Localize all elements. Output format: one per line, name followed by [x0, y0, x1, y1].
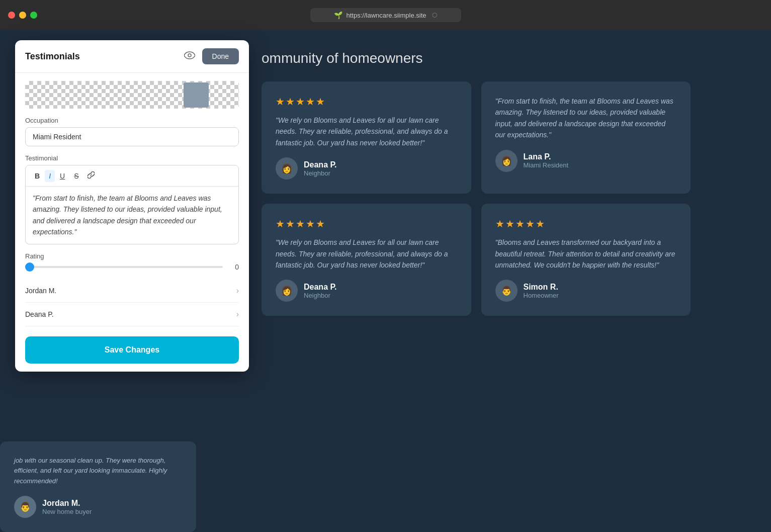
- testimonial-card-2: "From start to finish, the team at Bloom…: [481, 81, 691, 194]
- eye-icon: [184, 51, 195, 59]
- author-name-4: Simon R.: [524, 283, 559, 292]
- preview-button[interactable]: [182, 49, 197, 64]
- panel-actions: Done: [182, 48, 239, 64]
- bottom-card: job with our seasonal clean up. They wer…: [0, 441, 196, 532]
- bold-button[interactable]: B: [31, 170, 44, 182]
- address-bar[interactable]: 🌱 https://lawncare.siimple.site ⬡: [310, 8, 461, 22]
- link-button[interactable]: [83, 169, 99, 182]
- avatar-2: 👩: [495, 150, 518, 172]
- author-title-4: Homeowner: [524, 292, 559, 299]
- favicon-icon: 🌱: [334, 11, 342, 19]
- list-item-name-deana: Deana P.: [25, 310, 54, 318]
- bottom-quote: job with our seasonal clean up. They wer…: [14, 456, 182, 487]
- avatar-1: 👩: [276, 157, 298, 180]
- strikethrough-button[interactable]: S: [70, 170, 82, 182]
- list-item-deana[interactable]: Deana P. ›: [25, 303, 239, 326]
- avatar-3: 👩: [276, 280, 298, 302]
- url-text: https://lawncare.siimple.site: [347, 12, 426, 19]
- author-name-3: Deana P.: [304, 283, 337, 292]
- chevron-right-jordan: ›: [236, 286, 239, 295]
- stars-1: ★★★★★: [276, 96, 457, 108]
- quote-4: "Blooms and Leaves transformed our backy…: [495, 237, 677, 271]
- list-item-name-jordan: Jordan M.: [25, 287, 56, 295]
- maximize-button[interactable]: [30, 12, 37, 19]
- panel-header: Testimonials Done: [15, 40, 249, 73]
- quote-3: "We rely on Blooms and Leaves for all ou…: [276, 237, 457, 271]
- rating-slider[interactable]: [25, 266, 223, 268]
- quote-2: "From start to finish, the team at Bloom…: [495, 96, 677, 141]
- minimize-button[interactable]: [19, 12, 26, 19]
- panel-title: Testimonials: [25, 51, 80, 62]
- occupation-input[interactable]: [25, 127, 239, 146]
- traffic-lights: [8, 12, 37, 19]
- author-2: 👩 Lana P. Miami Resident: [495, 150, 677, 172]
- testimonial-text[interactable]: "From start to finish, the team at Bloom…: [26, 187, 238, 244]
- rte-toolbar: B I U S: [26, 165, 238, 187]
- rating-label: Rating: [25, 252, 239, 260]
- rating-row: 0: [25, 263, 239, 271]
- quote-1: "We rely on Blooms and Leaves for all ou…: [276, 115, 457, 148]
- link-icon: [88, 171, 95, 179]
- list-item-jordan[interactable]: Jordan M. ›: [25, 279, 239, 303]
- author-title-3: Neighbor: [304, 292, 337, 299]
- author-name-2: Lana P.: [524, 152, 569, 161]
- author-title-1: Neighbor: [304, 169, 337, 177]
- panel-body: Occupation Testimonial B I U S: [15, 73, 249, 372]
- testimonial-card-4: ★★★★★ "Blooms and Leaves transformed our…: [481, 204, 691, 316]
- chevron-right-deana: ›: [236, 310, 239, 319]
- stars-4: ★★★★★: [495, 218, 677, 230]
- bottom-author: 👨 Jordan M. New home buyer: [14, 496, 182, 518]
- avatar-4: 👨: [495, 280, 518, 302]
- bottom-author-name: Jordan M.: [42, 499, 92, 508]
- browser-chrome: 🌱 https://lawncare.siimple.site ⬡: [0, 0, 771, 30]
- save-changes-button[interactable]: Save Changes: [25, 336, 239, 364]
- rating-section: Rating 0: [25, 252, 239, 271]
- author-title-2: Miami Resident: [524, 161, 569, 169]
- testimonials-grid: ★★★★★ "We rely on Blooms and Leaves for …: [262, 81, 691, 316]
- rich-text-editor: B I U S "From start to finish, the team …: [25, 165, 239, 244]
- close-button[interactable]: [8, 12, 15, 19]
- stars-3: ★★★★★: [276, 218, 457, 230]
- author-4: 👨 Simon R. Homeowner: [495, 280, 677, 302]
- external-link-icon: ⬡: [432, 12, 437, 19]
- bottom-avatar: 👨: [14, 496, 36, 518]
- author-name-1: Deana P.: [304, 160, 337, 169]
- done-button[interactable]: Done: [202, 48, 239, 64]
- occupation-label: Occupation: [25, 117, 239, 124]
- image-thumbnail[interactable]: [25, 81, 239, 109]
- underline-button[interactable]: U: [56, 170, 69, 182]
- testimonial-card-3: ★★★★★ "We rely on Blooms and Leaves for …: [262, 204, 471, 316]
- author-3: 👩 Deana P. Neighbor: [276, 280, 457, 302]
- svg-point-0: [188, 54, 191, 57]
- rating-value: 0: [229, 263, 239, 271]
- testimonial-label: Testimonial: [25, 154, 239, 162]
- testimonial-card-1: ★★★★★ "We rely on Blooms and Leaves for …: [262, 81, 471, 194]
- bottom-author-title: New home buyer: [42, 508, 92, 515]
- editor-panel: Testimonials Done Occupation T: [15, 40, 249, 372]
- thumbnail-image: [184, 82, 209, 108]
- main-content: ommunity of homeowners ★★★★★ "We rely on…: [0, 30, 771, 532]
- italic-button[interactable]: I: [45, 170, 55, 182]
- author-1: 👩 Deana P. Neighbor: [276, 157, 457, 180]
